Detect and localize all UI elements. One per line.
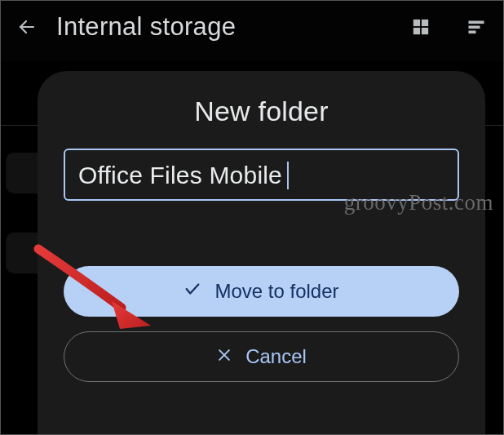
grid-view-icon[interactable] xyxy=(410,16,431,38)
text-caret xyxy=(287,162,289,189)
app-topbar: Internal storage xyxy=(1,1,503,53)
check-icon xyxy=(183,280,201,303)
svg-rect-4 xyxy=(422,29,427,33)
cancel-button[interactable]: Cancel xyxy=(64,331,459,382)
new-folder-dialog: New folder Office Files Mobile Move to f… xyxy=(38,71,485,434)
svg-rect-3 xyxy=(414,29,419,33)
svg-rect-6 xyxy=(469,26,480,29)
move-to-folder-button[interactable]: Move to folder xyxy=(64,266,459,317)
cancel-button-label: Cancel xyxy=(245,345,307,368)
svg-rect-7 xyxy=(469,31,475,33)
folder-name-input[interactable]: Office Files Mobile xyxy=(64,149,459,201)
sort-icon[interactable] xyxy=(466,16,487,38)
svg-rect-5 xyxy=(469,21,484,24)
back-icon[interactable] xyxy=(17,17,37,37)
close-icon xyxy=(216,345,232,368)
page-title: Internal storage xyxy=(56,12,376,42)
dialog-title: New folder xyxy=(194,95,329,127)
move-button-label: Move to folder xyxy=(214,280,338,303)
svg-rect-2 xyxy=(422,20,427,25)
svg-rect-1 xyxy=(414,20,419,25)
folder-name-value: Office Files Mobile xyxy=(78,162,282,189)
